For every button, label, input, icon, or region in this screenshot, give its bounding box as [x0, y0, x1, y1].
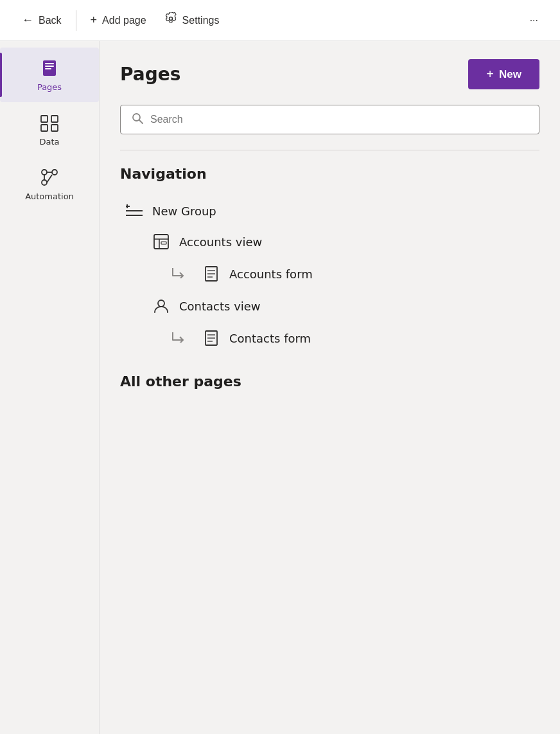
back-label: Back: [39, 15, 62, 26]
nav-accounts-form-label: Accounts form: [229, 267, 313, 281]
main-layout: Pages Data: [0, 41, 560, 734]
pages-header: Pages + New: [120, 59, 539, 89]
svg-line-13: [47, 175, 52, 183]
svg-rect-7: [51, 125, 58, 131]
nav-item-accounts-form[interactable]: Accounts form: [120, 259, 539, 289]
sidebar-pages-label: Pages: [37, 82, 62, 92]
svg-rect-3: [45, 68, 51, 69]
sidebar-item-automation[interactable]: Automation: [0, 157, 99, 211]
nav-accounts-view-label: Accounts view: [179, 235, 262, 249]
svg-point-10: [42, 180, 47, 185]
navigation-section-title: Navigation: [120, 166, 539, 182]
add-page-icon: +: [91, 13, 98, 27]
accounts-view-icon: [152, 233, 170, 250]
contacts-form-indent: [171, 331, 188, 345]
new-button-label: New: [499, 68, 521, 81]
svg-line-15: [139, 120, 143, 123]
settings-button[interactable]: Settings: [155, 7, 229, 33]
svg-rect-1: [45, 63, 54, 64]
nav-item-new-group[interactable]: New Group: [120, 197, 539, 224]
add-page-label: Add page: [102, 15, 146, 26]
sidebar-automation-label: Automation: [25, 192, 74, 201]
indent-arrow-2-icon: [171, 331, 186, 345]
sidebar-data-label: Data: [39, 137, 59, 147]
more-icon: ···: [530, 15, 538, 26]
accounts-form-indent: [171, 267, 188, 281]
content-area: Pages + New Navigation: [100, 41, 560, 734]
svg-rect-2: [45, 66, 54, 67]
settings-icon: [164, 12, 177, 28]
nav-item-contacts-view[interactable]: Contacts view: [120, 291, 539, 321]
svg-rect-23: [161, 242, 166, 244]
svg-rect-5: [51, 116, 58, 122]
search-box: [120, 105, 539, 134]
sidebar-item-data[interactable]: Data: [0, 102, 99, 157]
contacts-view-icon: [152, 298, 170, 314]
toolbar: ← Back + Add page Settings ···: [0, 0, 560, 41]
back-button[interactable]: ← Back: [13, 8, 71, 32]
indent-arrow-icon: [171, 267, 186, 281]
svg-point-14: [133, 114, 140, 121]
add-page-button[interactable]: + Add page: [82, 8, 155, 32]
pages-icon: [39, 58, 60, 78]
automation-icon: [39, 167, 60, 188]
new-button-icon: +: [486, 67, 494, 82]
section-divider: [120, 150, 539, 150]
contacts-form-icon: [202, 330, 220, 346]
svg-rect-6: [41, 125, 48, 131]
nav-new-group-label: New Group: [152, 204, 216, 218]
sidebar: Pages Data: [0, 41, 100, 734]
more-button[interactable]: ···: [521, 10, 547, 31]
data-icon: [39, 112, 60, 133]
svg-point-9: [52, 170, 57, 175]
nav-item-contacts-form[interactable]: Contacts form: [120, 323, 539, 353]
group-icon: [125, 204, 143, 218]
all-other-pages-title: All other pages: [120, 373, 539, 389]
nav-contacts-view-label: Contacts view: [179, 300, 261, 313]
settings-label: Settings: [182, 15, 220, 26]
sidebar-item-pages[interactable]: Pages: [0, 48, 99, 102]
page-title: Pages: [120, 64, 180, 85]
new-button[interactable]: + New: [468, 59, 539, 89]
accounts-form-icon: [202, 265, 220, 282]
back-icon: ←: [22, 13, 33, 27]
svg-point-8: [42, 170, 47, 175]
svg-rect-4: [41, 116, 48, 122]
nav-contacts-form-label: Contacts form: [229, 332, 311, 345]
toolbar-divider: [76, 10, 76, 31]
search-icon: [131, 112, 144, 127]
nav-item-accounts-view[interactable]: Accounts view: [120, 227, 539, 256]
search-input[interactable]: [150, 114, 529, 125]
svg-point-28: [158, 300, 164, 307]
